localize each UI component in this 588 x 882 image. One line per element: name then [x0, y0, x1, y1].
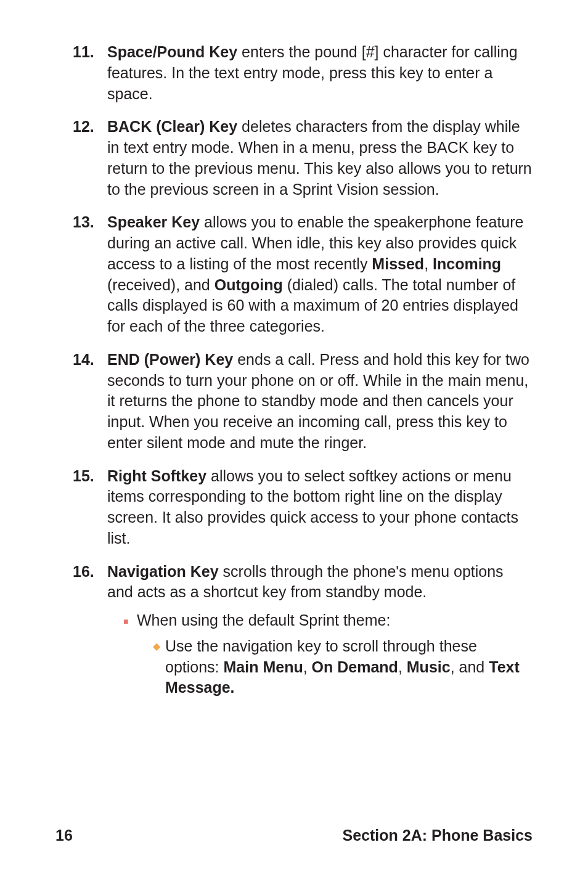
item-body: Navigation Key scrolls through the phone…	[107, 561, 533, 699]
list-item: 11. Space/Pound Key enters the pound [#]…	[73, 42, 533, 104]
bold-text: On Demand	[312, 658, 398, 676]
item-body: Speaker Key allows you to enable the spe…	[107, 212, 533, 337]
list-item: 13. Speaker Key allows you to enable the…	[73, 212, 533, 337]
item-body: BACK (Clear) Key deletes characters from…	[107, 116, 533, 200]
item-number: 11.	[73, 42, 107, 104]
item-number: 16.	[73, 561, 107, 699]
item-term: END (Power) Key	[107, 351, 233, 368]
bold-text: Outgoing	[214, 276, 283, 293]
bold-text: Main Menu	[224, 658, 303, 676]
sub-sub-text: ,	[398, 658, 407, 676]
sub-bullet: ■ When using the default Sprint theme: ◆…	[123, 610, 533, 698]
bold-text: Missed	[372, 255, 424, 272]
item-number: 12.	[73, 116, 107, 200]
item-number: 13.	[73, 212, 107, 337]
list-item: 12. BACK (Clear) Key deletes characters …	[73, 116, 533, 200]
item-body: END (Power) Key ends a call. Press and h…	[107, 349, 533, 454]
item-number: 14.	[73, 349, 107, 454]
sub-sub-bullet-body: Use the navigation key to scroll through…	[165, 636, 533, 698]
page-number: 16	[55, 825, 73, 846]
sub-bullet-body: When using the default Sprint theme: ◆ U…	[137, 610, 533, 698]
section-title: Section 2A: Phone Basics	[343, 825, 533, 846]
item-body: Space/Pound Key enters the pound [#] cha…	[107, 42, 533, 104]
page-footer: 16 Section 2A: Phone Basics	[55, 825, 533, 846]
item-term: BACK (Clear) Key	[107, 118, 237, 135]
sub-sub-text: , and	[451, 658, 489, 676]
item-text: (received), and	[107, 276, 214, 293]
list-item: 15. Right Softkey allows you to select s…	[73, 466, 533, 549]
sub-sub-bullet: ◆ Use the navigation key to scroll throu…	[153, 636, 533, 698]
item-term: Right Softkey	[107, 467, 206, 484]
bold-text: Music	[407, 658, 451, 676]
list-item: 16. Navigation Key scrolls through the p…	[73, 561, 533, 699]
item-term: Space/Pound Key	[107, 43, 237, 60]
item-number: 15.	[73, 466, 107, 549]
sub-bullet-text: When using the default Sprint theme:	[137, 611, 390, 629]
bold-text: Incoming	[433, 255, 501, 272]
numbered-list: 11. Space/Pound Key enters the pound [#]…	[73, 42, 533, 698]
item-text: ,	[424, 255, 433, 272]
item-term: Speaker Key	[107, 213, 200, 231]
square-bullet-icon: ■	[123, 610, 137, 698]
sub-sub-text: ,	[303, 658, 312, 676]
item-body: Right Softkey allows you to select softk…	[107, 466, 533, 549]
diamond-bullet-icon: ◆	[153, 636, 165, 698]
item-term: Navigation Key	[107, 563, 219, 580]
list-item: 14. END (Power) Key ends a call. Press a…	[73, 349, 533, 454]
